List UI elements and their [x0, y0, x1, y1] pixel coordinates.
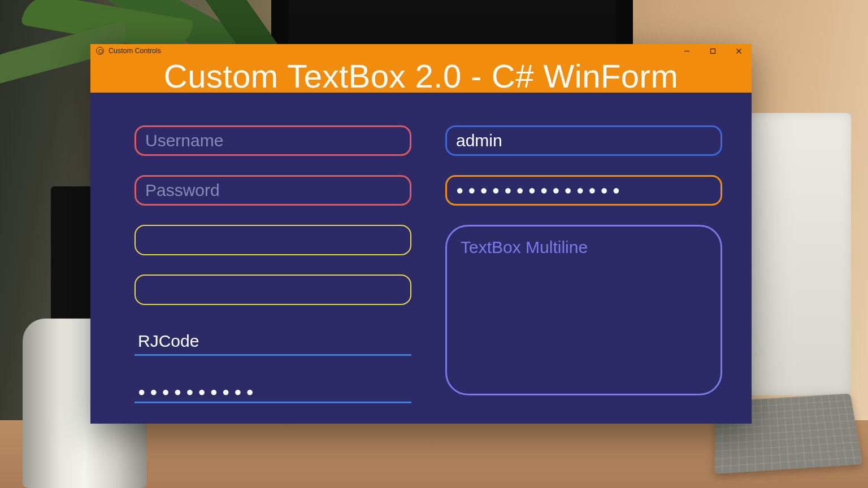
- underline-password-value: ●●●●●●●●●●: [138, 386, 258, 398]
- page-title: Custom TextBox 2.0 - C# WinForm: [90, 58, 752, 93]
- admin-input[interactable]: admin: [445, 125, 722, 156]
- right-column: admin ●●●●●●●●●●●●●● TextBox Multiline: [445, 125, 722, 419]
- maximize-button[interactable]: [700, 44, 726, 58]
- password-placeholder: Password: [145, 181, 220, 200]
- empty-input-2[interactable]: [134, 274, 411, 305]
- empty-input-1[interactable]: [134, 225, 411, 255]
- desktop-background: Custom Controls Custom TextBox 2.0 - C# …: [0, 0, 868, 488]
- titlebar[interactable]: Custom Controls: [90, 44, 752, 58]
- window-header: Custom Controls Custom TextBox 2.0 - C# …: [90, 44, 752, 93]
- password-input-right[interactable]: ●●●●●●●●●●●●●●: [445, 175, 722, 206]
- username-placeholder: Username: [145, 131, 223, 150]
- app-icon: [96, 47, 104, 55]
- window-controls: [674, 44, 752, 58]
- rjcode-input[interactable]: RJCode: [134, 324, 411, 356]
- left-column: Username Password RJCode ●●●●●●●●●●: [134, 125, 411, 419]
- app-window: Custom Controls Custom TextBox 2.0 - C# …: [90, 44, 752, 424]
- svg-rect-0: [710, 49, 715, 53]
- underline-password-input[interactable]: ●●●●●●●●●●: [134, 372, 411, 403]
- password-value-right: ●●●●●●●●●●●●●●: [456, 184, 624, 197]
- minimize-button[interactable]: [674, 44, 700, 58]
- password-input[interactable]: Password: [134, 175, 411, 206]
- rjcode-value: RJCode: [138, 332, 199, 351]
- multiline-placeholder: TextBox Multiline: [461, 238, 588, 256]
- form-area: Username Password RJCode ●●●●●●●●●● admi…: [90, 93, 752, 442]
- close-button[interactable]: [726, 44, 752, 58]
- username-input[interactable]: Username: [134, 125, 411, 156]
- window-title: Custom Controls: [108, 47, 161, 55]
- bg-device: [749, 113, 851, 395]
- multiline-textbox[interactable]: TextBox Multiline: [445, 225, 722, 395]
- admin-value: admin: [456, 131, 502, 150]
